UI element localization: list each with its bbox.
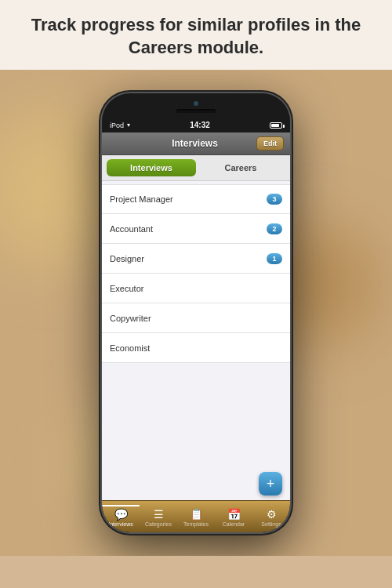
speaker-grille [176,109,216,113]
phone-top [102,93,290,118]
interviews-icon: 💬 [114,508,128,521]
list-item[interactable]: Designer 1 [102,244,290,274]
status-time: 14:32 [190,121,210,129]
badge: 3 [267,194,282,205]
active-indicator [102,505,140,506]
phone-tab-templates[interactable]: 📋 Templates [177,503,215,528]
item-name: Designer [110,254,144,263]
settings-tab-label: Settings [261,521,281,527]
background-area: iPod ▾ 14:32 Interviews Edit Interviews … [0,70,392,556]
phone-tab-categories[interactable]: ☰ Categories [140,503,177,528]
categories-tab-label: Categories [145,521,172,527]
nav-title: Interviews [133,138,256,149]
status-right [270,122,282,129]
calendar-icon: 📅 [227,508,241,521]
settings-icon: ⚙ [267,508,277,521]
segment-bar: Interviews Careers [102,155,290,181]
phone-shell: iPod ▾ 14:32 Interviews Edit Interviews … [102,93,290,532]
list-item[interactable]: Copywriter [102,303,290,333]
templates-icon: 📋 [190,508,203,521]
item-name: Economist [110,343,150,353]
tab-careers[interactable]: Careers [196,159,285,176]
add-button[interactable]: + [259,472,282,495]
device-label: iPod [110,122,124,129]
phone-tab-settings[interactable]: ⚙ Settings [252,503,290,528]
list-item[interactable]: Accountant 2 [102,214,290,244]
item-name: Accountant [110,224,153,234]
top-banner: Track progress for similar profiles in t… [0,0,392,70]
phone-tab-calendar[interactable]: 📅 Calendar [215,503,252,528]
interviews-tab-label: Interviews [108,521,133,527]
item-name: Project Manager [110,194,173,204]
item-name: Executor [110,284,143,293]
status-left: iPod ▾ [110,122,130,129]
wifi-icon: ▾ [127,122,130,129]
item-name: Copywriter [110,314,151,323]
battery-icon [270,122,282,129]
tab-interviews[interactable]: Interviews [107,159,196,176]
phone-tab-bar: 💬 Interviews ☰ Categories 📋 Templates 📅 … [102,500,290,532]
list-item[interactable]: Executor [102,274,290,303]
badge: 1 [267,253,282,264]
list-area: Project Manager 3 Accountant 2 Designer … [102,181,290,467]
list-item[interactable]: Economist [102,333,290,363]
list-item[interactable]: Project Manager 3 [102,184,290,214]
categories-icon: ☰ [154,508,164,521]
calendar-tab-label: Calendar [223,521,245,527]
navigation-bar: Interviews Edit [102,132,290,155]
templates-tab-label: Templates [183,521,209,527]
camera-dot [194,101,198,106]
fab-area: + [102,467,290,500]
phone-tab-interviews[interactable]: 💬 Interviews [102,503,140,528]
banner-text: Track progress for similar profiles in t… [31,15,361,57]
badge: 2 [267,223,282,234]
edit-button[interactable]: Edit [256,136,284,151]
battery-fill [271,124,279,127]
status-bar: iPod ▾ 14:32 [102,118,290,132]
